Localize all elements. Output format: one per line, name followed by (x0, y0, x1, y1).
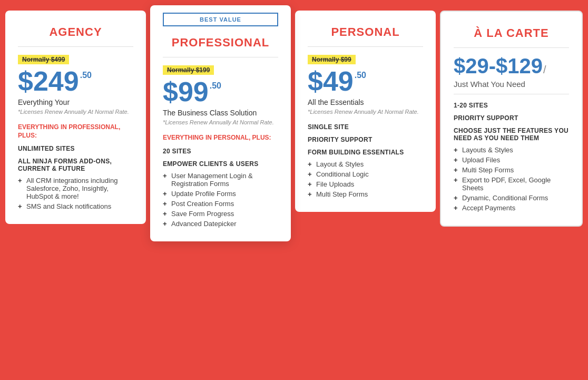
list-item: Multi Step Forms (454, 165, 569, 175)
list-item: All CRM integrations including Salesforc… (18, 176, 133, 201)
professional-features: User Management Login & Registration For… (163, 171, 278, 229)
personal-divider (308, 46, 423, 47)
personal-bold-feature-0: SINGLE SITE (308, 123, 423, 131)
list-item: Conditional Logic (308, 169, 423, 179)
agency-bold-feature-1: ALL NINJA FORMS ADD-ONS, CURRENT & FUTUR… (18, 158, 133, 172)
list-item: File Uploads (308, 179, 423, 189)
alacarte-slash: / (543, 64, 546, 76)
personal-tagline: All the Essentials (308, 98, 423, 106)
list-item: Accept Payments (454, 203, 569, 213)
professional-normally: Normally $199 (163, 65, 214, 75)
alacarte-plan-card: À LA CARTE $29-$129 / Just What You Need… (440, 11, 583, 227)
agency-bold-feature-0: UNLIMITED SITES (18, 145, 133, 152)
list-item: Export to PDF, Excel, Google Sheets (454, 175, 569, 193)
agency-note: *Licenses Renew Annually At Normal Rate. (18, 109, 133, 115)
agency-price-line: $249 .50 (18, 67, 133, 95)
list-item: Advanced Datepicker (163, 219, 278, 229)
agency-price: $249 (18, 67, 79, 95)
list-item: User Management Login & Registration For… (163, 171, 278, 189)
list-item: Save Form Progress (163, 209, 278, 219)
agency-plan-card: AGENCY Normally $499 $249 .50 Everything… (5, 11, 146, 224)
personal-title: PERSONAL (308, 25, 423, 39)
alacarte-divider2 (454, 94, 569, 94)
agency-title: AGENCY (18, 25, 133, 39)
personal-bold-feature-2: FORM BUILDING ESSENTIALS (308, 149, 423, 156)
alacarte-features: Layouts & Styles Upload Files Multi Step… (454, 145, 569, 213)
list-item: Multi Step Forms (308, 189, 423, 199)
alacarte-price-line: $29-$129 / (454, 55, 569, 76)
professional-section-label: EVERYTHING IN PERSONAL, PLUS: (163, 134, 278, 142)
professional-price-line: $99 .50 (163, 78, 278, 105)
agency-normally: Normally $499 (18, 55, 69, 64)
personal-features: Layout & Styles Conditional Logic File U… (308, 159, 423, 199)
alacarte-price-range: $29-$129 (454, 55, 543, 76)
list-item: Layout & Styles (308, 159, 423, 169)
personal-price-sup: .50 (355, 71, 366, 80)
professional-plan-card: BEST VALUE PROFESSIONAL Normally $199 $9… (150, 5, 291, 241)
personal-price-line: $49 .50 (308, 67, 423, 95)
agency-section-label: EVERYTHING IN PROFESSIONAL, PLUS: (18, 123, 133, 140)
agency-tagline: Everything Your (18, 98, 133, 106)
agency-features: All CRM integrations including Salesforc… (18, 176, 133, 211)
list-item: Update Profile Forms (163, 189, 278, 199)
professional-tagline: The Business Class Solution (163, 109, 278, 117)
list-item: SMS and Slack notifications (18, 201, 133, 211)
alacarte-title: À LA CARTE (454, 26, 569, 40)
personal-note: *Licenses Renew Annually At Normal Rate. (308, 109, 423, 115)
agency-price-sup: .50 (80, 71, 92, 80)
personal-plan-card: PERSONAL Normally $99 $49 .50 All the Es… (295, 11, 436, 212)
list-item: Post Creation Forms (163, 199, 278, 209)
alacarte-bold-feature-0: 1-20 SITES (454, 102, 569, 109)
alacarte-bold-feature-1: PRIORITY SUPPORT (454, 114, 569, 122)
professional-bold-feature-0: 20 SITES (163, 148, 278, 155)
list-item: Upload Files (454, 155, 569, 165)
agency-divider (18, 46, 133, 47)
professional-price: $99 (163, 78, 209, 105)
list-item: Dynamic, Conditional Forms (454, 193, 569, 203)
professional-divider (163, 57, 278, 57)
alacarte-divider (454, 47, 569, 48)
plans-container: AGENCY Normally $499 $249 .50 Everything… (5, 11, 583, 241)
alacarte-subtitle: Just What You Need (454, 80, 569, 89)
personal-normally: Normally $99 (308, 55, 356, 64)
professional-bold-feature-1: EMPOWER CLIENTS & USERS (163, 160, 278, 168)
best-value-badge: BEST VALUE (163, 13, 278, 26)
alacarte-bold-feature-2: CHOOSE JUST THE FEATURES YOU NEED AS YOU… (454, 127, 569, 142)
personal-bold-feature-1: PRIORITY SUPPORT (308, 136, 423, 143)
professional-price-sup: .50 (210, 81, 221, 91)
personal-price: $49 (308, 67, 354, 95)
professional-note: *Licenses Renew Annually At Normal Rate. (163, 119, 278, 125)
list-item: Layouts & Styles (454, 145, 569, 155)
professional-title: PROFESSIONAL (163, 36, 278, 50)
